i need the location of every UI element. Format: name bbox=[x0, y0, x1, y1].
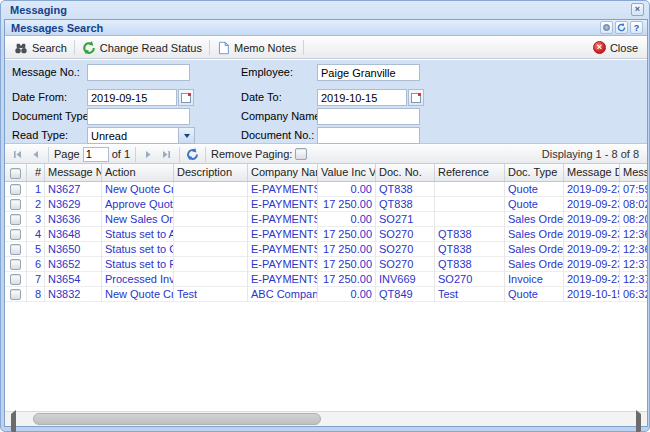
calendar-icon bbox=[181, 93, 191, 103]
date-from-picker-button[interactable] bbox=[178, 89, 194, 106]
memo-notes-button[interactable]: Memo Notes bbox=[212, 39, 301, 57]
scroll-left-icon bbox=[11, 410, 16, 432]
change-read-status-button[interactable]: Change Read Status bbox=[77, 39, 207, 57]
row-checkbox[interactable] bbox=[10, 259, 21, 270]
column-header-message_no[interactable]: Message No. bbox=[45, 164, 102, 182]
column-header-reference[interactable]: Reference bbox=[435, 164, 505, 182]
column-header-company_name[interactable]: Company Name bbox=[248, 164, 318, 182]
row-checkbox[interactable] bbox=[10, 184, 21, 195]
page-input[interactable] bbox=[83, 147, 109, 162]
first-page-button[interactable] bbox=[10, 147, 25, 162]
cell-reference: QT838 bbox=[435, 227, 505, 242]
cell-value_inc_vat: 0.00 bbox=[318, 212, 376, 227]
prev-page-icon bbox=[30, 149, 41, 160]
last-page-button[interactable] bbox=[159, 147, 174, 162]
scroll-left-button[interactable] bbox=[11, 414, 21, 424]
cell-company_name: ABC Company bbox=[248, 287, 318, 302]
date-to-picker-button[interactable] bbox=[408, 89, 424, 106]
row-checkbox[interactable] bbox=[10, 214, 21, 225]
document-no-label: Document No.: bbox=[241, 127, 314, 144]
column-header-message_date[interactable]: Message Date bbox=[564, 164, 620, 182]
column-header-message_time[interactable]: Message Time bbox=[620, 164, 647, 182]
employee-input[interactable] bbox=[317, 64, 420, 81]
column-header-doc_type[interactable]: Doc. Type bbox=[505, 164, 564, 182]
document-type-input[interactable] bbox=[87, 108, 190, 125]
cell-message_no: N3650 bbox=[45, 242, 102, 257]
gear-icon bbox=[603, 24, 610, 31]
table-row[interactable]: 6N3652Status set to Partially DeliveredE… bbox=[5, 257, 647, 272]
employee-label: Employee: bbox=[241, 64, 293, 81]
prev-page-button[interactable] bbox=[28, 147, 43, 162]
row-checkbox[interactable] bbox=[10, 244, 21, 255]
row-checkbox-cell bbox=[5, 272, 27, 287]
cell-doc_type: Quote bbox=[505, 197, 564, 212]
column-header-doc_no[interactable]: Doc. No. bbox=[376, 164, 435, 182]
window-close-button[interactable]: × bbox=[631, 3, 644, 16]
page-label: Page bbox=[54, 148, 80, 160]
row-checkbox-cell bbox=[5, 287, 27, 302]
close-button-label: Close bbox=[610, 42, 638, 54]
cell-company_name: E-PAYMENTS bbox=[248, 227, 318, 242]
panel-refresh-icon[interactable] bbox=[615, 21, 628, 34]
row-checkbox-cell bbox=[5, 242, 27, 257]
cell-num: 8 bbox=[27, 287, 45, 302]
scroll-right-button[interactable] bbox=[631, 414, 641, 424]
remove-paging-checkbox[interactable] bbox=[295, 148, 307, 160]
date-from-label: Date From: bbox=[12, 89, 67, 106]
read-type-dropdown-button[interactable] bbox=[178, 127, 195, 144]
toolbar-separator bbox=[74, 40, 75, 55]
displaying-status: Displaying 1 - 8 of 8 bbox=[542, 148, 642, 160]
cell-doc_no: QT838 bbox=[376, 197, 435, 212]
table-row[interactable]: 1N3627New Quote CreatedE-PAYMENTS0.00QT8… bbox=[5, 182, 647, 197]
date-from-input[interactable] bbox=[87, 89, 177, 106]
cell-message_date: 2019-10-15 bbox=[564, 287, 620, 302]
messaging-window: Messaging × Messages Search ? bbox=[0, 0, 650, 432]
column-header-description[interactable]: Description bbox=[174, 164, 248, 182]
cell-message_time: 12:37: bbox=[620, 272, 647, 287]
row-checkbox[interactable] bbox=[10, 274, 21, 285]
grid-refresh-button[interactable] bbox=[185, 147, 200, 162]
memo-notes-icon bbox=[217, 41, 230, 55]
column-header-action[interactable]: Action bbox=[102, 164, 174, 182]
refresh-icon bbox=[617, 23, 626, 32]
next-page-button[interactable] bbox=[141, 147, 156, 162]
table-row[interactable]: 2N3629Approve Quote To Sales OrderE-PAYM… bbox=[5, 197, 647, 212]
next-page-icon bbox=[143, 149, 154, 160]
column-header-value_inc_vat[interactable]: Value Inc VAT bbox=[318, 164, 376, 182]
message-no-input[interactable] bbox=[87, 64, 190, 81]
table-row[interactable]: 4N3648Status set to AuthorisedE-PAYMENTS… bbox=[5, 227, 647, 242]
horizontal-scrollbar[interactable] bbox=[5, 411, 647, 426]
select-all-checkbox[interactable] bbox=[10, 168, 21, 179]
cell-message_time: 12:36: bbox=[620, 242, 647, 257]
row-checkbox[interactable] bbox=[10, 289, 21, 300]
grid-header: #Message No.ActionDescriptionCompany Nam… bbox=[5, 164, 647, 182]
scrollbar-thumb[interactable] bbox=[33, 413, 321, 425]
read-type-select[interactable] bbox=[87, 127, 178, 144]
cell-company_name: E-PAYMENTS bbox=[248, 182, 318, 197]
table-row[interactable]: 3N3636New Sales Order CreatedE-PAYMENTS0… bbox=[5, 212, 647, 227]
close-button[interactable]: × Close bbox=[588, 39, 643, 56]
cell-message_no: N3636 bbox=[45, 212, 102, 227]
table-row[interactable]: 5N3650Status set to ConfirmedE-PAYMENTS1… bbox=[5, 242, 647, 257]
cell-value_inc_vat: 17 250.00 bbox=[318, 197, 376, 212]
document-no-input[interactable] bbox=[317, 127, 420, 144]
search-form: Message No.: Employee: Date From: Date T… bbox=[5, 60, 647, 144]
help-icon[interactable]: ? bbox=[630, 21, 643, 34]
row-checkbox[interactable] bbox=[10, 199, 21, 210]
date-to-input[interactable] bbox=[317, 89, 407, 106]
settings-icon[interactable] bbox=[600, 21, 613, 34]
table-row[interactable]: 8N3832New Quote CreatedTestABC Company0.… bbox=[5, 287, 647, 302]
row-checkbox[interactable] bbox=[10, 229, 21, 240]
cell-doc_type: Invoice bbox=[505, 272, 564, 287]
cell-description bbox=[174, 182, 248, 197]
cell-reference bbox=[435, 197, 505, 212]
row-checkbox-cell bbox=[5, 197, 27, 212]
table-row[interactable]: 7N3654Processed InvoiceE-PAYMENTS17 250.… bbox=[5, 272, 647, 287]
close-icon: × bbox=[593, 41, 606, 54]
company-name-input[interactable] bbox=[317, 108, 420, 125]
cell-message_date: 2019-09-23 bbox=[564, 257, 620, 272]
search-button[interactable]: Search bbox=[9, 39, 72, 57]
column-header-num[interactable]: # bbox=[27, 164, 45, 182]
cell-company_name: E-PAYMENTS bbox=[248, 272, 318, 287]
cell-message_time: 08:20: bbox=[620, 212, 647, 227]
